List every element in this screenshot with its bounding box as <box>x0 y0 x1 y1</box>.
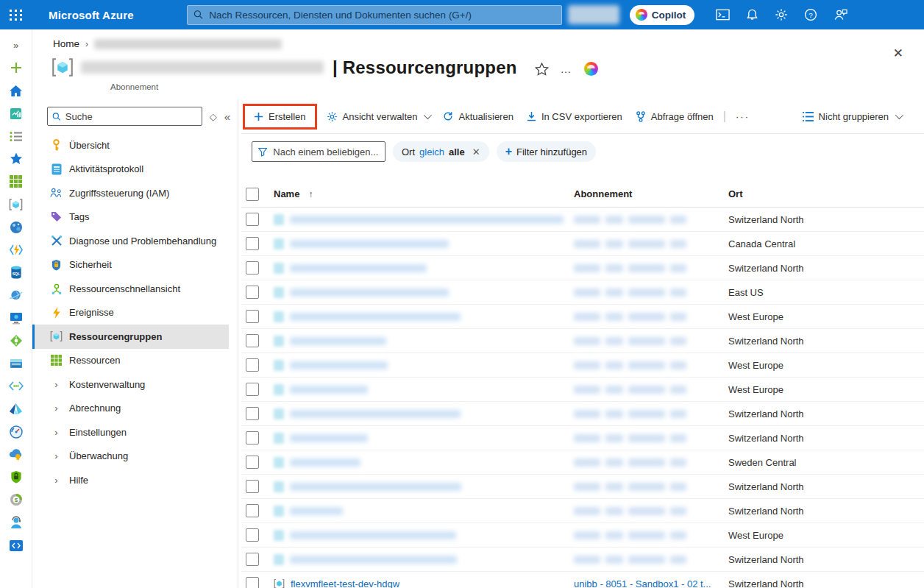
resource-group-name-redacted[interactable] <box>290 483 461 491</box>
devops-icon[interactable] <box>3 330 29 353</box>
favorites-star-icon[interactable] <box>3 147 29 170</box>
table-row[interactable]: Switzerland North <box>241 329 924 353</box>
table-row-clipped[interactable]: flexvmfleet-test-dev-hdgw unibb - 8051 -… <box>241 572 924 588</box>
row-checkbox[interactable] <box>246 431 259 444</box>
collapse-sidebar-icon[interactable]: « <box>224 110 230 123</box>
row-checkbox[interactable] <box>246 213 259 226</box>
sidebar-item-ereignisse[interactable]: Ereignisse <box>32 301 229 325</box>
table-row[interactable]: West Europe <box>241 378 924 402</box>
sidebar-item-ressourcengruppen[interactable]: Ressourcengruppen <box>32 325 229 349</box>
row-checkbox[interactable] <box>246 334 259 347</box>
resource-group-name-redacted[interactable] <box>290 434 368 442</box>
table-row[interactable]: Switzerland North <box>241 475 924 499</box>
expand-rail-icon[interactable]: » <box>3 34 29 57</box>
resource-group-name-redacted[interactable] <box>290 288 449 297</box>
sidebar-group-ueberwachung[interactable]: › Überwachung <box>32 444 229 469</box>
filter-pill-ort[interactable]: Ort gleich alle ✕ <box>393 141 489 162</box>
sidebar-group-abrechnung[interactable]: › Abrechnung <box>32 397 229 421</box>
resource-group-name-redacted[interactable] <box>290 458 360 467</box>
help-icon[interactable]: ? <box>799 3 822 26</box>
row-checkbox[interactable] <box>246 456 259 469</box>
resource-groups-icon[interactable] <box>3 193 29 216</box>
resource-group-name-redacted[interactable] <box>290 556 457 564</box>
row-checkbox[interactable] <box>246 310 259 323</box>
global-search-input[interactable] <box>209 10 555 21</box>
row-checkbox[interactable] <box>246 528 259 542</box>
resource-group-name-redacted[interactable] <box>290 216 564 224</box>
close-blade-icon[interactable]: ✕ <box>893 46 903 61</box>
copilot-button[interactable]: Copilot <box>630 5 695 25</box>
resource-group-name-redacted[interactable] <box>290 386 368 394</box>
grouping-button[interactable]: Nicht gruppieren <box>796 107 908 127</box>
sidebar-item-ressourcenschnellansicht[interactable]: Ressourcenschnellansicht <box>32 277 229 301</box>
cost-management-icon[interactable]: $ <box>3 489 29 511</box>
row-checkbox[interactable] <box>246 480 259 493</box>
subscription-link[interactable]: unibb - 8051 - Sandbox1 - 02 t... <box>574 578 711 588</box>
copilot-title-icon[interactable] <box>584 62 598 76</box>
table-row[interactable]: Sweden Central <box>241 450 924 475</box>
table-row[interactable]: Switzerland North <box>241 426 924 450</box>
sidebar-search[interactable] <box>47 107 202 126</box>
feedback-icon[interactable] <box>828 3 852 26</box>
dock-icon[interactable]: ◇ <box>210 111 217 122</box>
all-services-icon[interactable] <box>3 125 29 148</box>
dev-tools-icon[interactable] <box>3 534 29 557</box>
column-header-name[interactable]: Name <box>274 188 299 199</box>
table-row[interactable]: Switzerland North <box>241 402 924 426</box>
row-checkbox[interactable] <box>246 504 259 517</box>
resource-group-link[interactable]: flexvmfleet-test-dev-hdgw <box>291 578 399 588</box>
remove-filter-icon[interactable]: ✕ <box>472 146 480 157</box>
all-resources-icon[interactable] <box>3 170 29 193</box>
create-plus-icon[interactable] <box>3 57 29 79</box>
sidebar-item-zugriffssteuerung[interactable]: Zugriffssteuerung (IAM) <box>32 181 229 205</box>
sidebar-item-tags[interactable]: Tags <box>32 205 229 230</box>
row-checkbox[interactable] <box>246 237 259 250</box>
export-csv-button[interactable]: In CSV exportieren <box>520 107 629 127</box>
table-row[interactable]: Switzerland North <box>241 499 924 523</box>
column-header-abonnement[interactable]: Abonnement <box>574 188 632 199</box>
app-services-icon[interactable] <box>3 216 29 238</box>
virtual-machines-icon[interactable] <box>3 307 29 330</box>
open-query-button[interactable]: Abfrage öffnen <box>629 107 720 127</box>
storage-icon[interactable] <box>3 352 29 375</box>
refresh-button[interactable]: Aktualisieren <box>436 107 519 127</box>
resource-group-name-redacted[interactable] <box>290 337 386 345</box>
filter-search-input[interactable] <box>273 146 379 157</box>
monitor-gauge-icon[interactable] <box>3 420 29 443</box>
sidebar-item-uebersicht[interactable]: Übersicht <box>32 133 229 157</box>
resource-group-name-redacted[interactable] <box>290 240 449 248</box>
row-checkbox[interactable] <box>246 407 259 420</box>
resource-group-name-redacted[interactable] <box>290 531 456 539</box>
table-row[interactable]: Switzerland North <box>241 208 924 232</box>
table-row[interactable]: West Europe <box>241 305 924 329</box>
row-checkbox[interactable] <box>246 577 259 588</box>
cosmos-db-icon[interactable] <box>3 284 29 307</box>
more-actions-icon[interactable]: … <box>561 63 572 75</box>
more-commands-button[interactable]: ··· <box>729 107 756 127</box>
table-row[interactable]: Switzerland North <box>241 256 924 280</box>
table-row[interactable]: East US <box>241 280 924 305</box>
row-checkbox[interactable] <box>246 261 259 274</box>
dashboard-icon[interactable] <box>3 102 29 125</box>
select-all-checkbox[interactable] <box>246 188 259 201</box>
sidebar-item-diagnose[interactable]: Diagnose und Problembehandlung <box>32 229 229 253</box>
settings-gear-icon[interactable] <box>770 3 793 26</box>
create-button[interactable]: Erstellen <box>247 107 313 127</box>
add-filter-button[interactable]: + Filter hinzufügen <box>497 141 596 162</box>
sidebar-group-kostenverwaltung[interactable]: › Kostenverwaltung <box>32 372 229 397</box>
row-checkbox[interactable] <box>246 286 259 299</box>
sql-database-icon[interactable]: SQL <box>3 261 29 284</box>
resource-group-name-redacted[interactable] <box>290 507 343 515</box>
defender-shield-icon[interactable] <box>3 466 29 489</box>
resource-group-name-redacted[interactable] <box>290 264 427 272</box>
table-row[interactable]: West Europe <box>241 523 924 548</box>
entra-id-icon[interactable] <box>3 397 29 420</box>
advisor-icon[interactable] <box>3 443 29 466</box>
virtual-network-icon[interactable] <box>3 375 29 397</box>
manage-view-button[interactable]: Ansicht verwalten <box>320 107 437 127</box>
function-app-icon[interactable] <box>3 238 29 261</box>
breadcrumb-home-link[interactable]: Home <box>53 38 79 49</box>
favorite-star-icon[interactable] <box>535 63 549 76</box>
table-row[interactable]: Canada Central <box>241 232 924 256</box>
resource-group-name-redacted[interactable] <box>290 410 461 418</box>
